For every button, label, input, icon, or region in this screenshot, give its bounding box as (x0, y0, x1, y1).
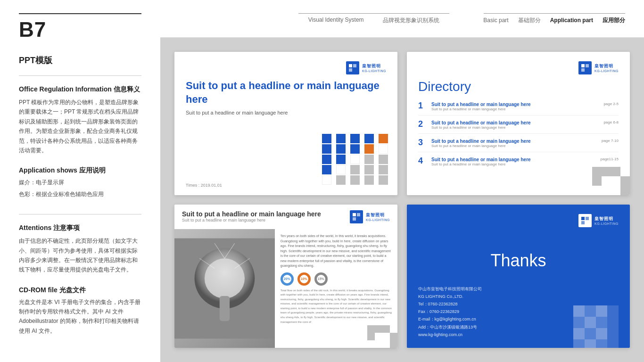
logo-text-2: 皇智照明 KG-LIGHTING (594, 63, 619, 73)
checker-cell (336, 165, 346, 174)
dir-main-1: Suit to put a headline or main language … (431, 102, 531, 107)
dir-num-1: 1 (418, 101, 428, 111)
checker-cell (379, 134, 388, 143)
logo-en-1: KG-LIGHTING (362, 69, 386, 73)
slide3-body: Ten years on both sides of the world, In… (174, 229, 397, 348)
checker-cell (322, 155, 331, 164)
page-number: B7 (19, 18, 141, 41)
thanks-text: Thanks (418, 251, 619, 271)
dir-main-3: Suit to put a headline or main language … (431, 139, 531, 144)
svg-rect-17 (581, 217, 585, 220)
logo-cn-1: 皇智照明 (362, 63, 386, 69)
logo-text-3: 皇智照明 KG-LIGHTING (366, 212, 390, 222)
dir-content-2: Suit to put a headline or main language … (431, 120, 619, 130)
divider-1 (19, 75, 141, 76)
dir-page-1: page 2-5 (603, 102, 619, 106)
dir-content-1: Suit to put a headline or main language … (431, 102, 619, 111)
header-label-cn: 品牌视觉形象识别系统 (383, 16, 439, 25)
svg-rect-4 (586, 64, 589, 67)
logo-text-4: 皇智照明 KG-LIGHTING (594, 216, 619, 225)
company-name: 中山市皇智电子科技照明有限公司 (418, 285, 619, 293)
color-label: 色彩：根据企业标准色辅助色应用 (19, 189, 141, 199)
checker-cell (379, 165, 388, 174)
dir-item-3: 3 Suit to put a headline or main languag… (418, 139, 619, 152)
checker-cell (322, 175, 331, 185)
header-center-line (298, 13, 449, 14)
checker-cell (364, 175, 374, 185)
svg-rect-3 (581, 64, 585, 67)
svg-rect-12 (220, 296, 230, 321)
slide3-image (174, 229, 275, 348)
checker-cell (379, 175, 388, 185)
svg-rect-8 (353, 217, 356, 221)
checker-cell (322, 144, 331, 154)
dir-main-4: Suit to put a headline or main language … (431, 157, 531, 162)
dir-content-3: Suit to put a headline or main language … (431, 139, 619, 148)
slide3-subtitle: Suit to put a headline or main language … (182, 218, 321, 222)
slide3-circles: 20% 10% 15% (281, 272, 392, 286)
dir-content-4: Suit to put a headline or main language … (431, 157, 619, 166)
main-content: Visual Identity System 品牌视觉形象识别系统 Basic … (160, 0, 644, 362)
slide-title: 皇智照明 KG-LIGHTING Suit to put a headline … (174, 52, 397, 195)
basic-part-cn: 基础部分 (518, 16, 541, 25)
sidebar-top-line (19, 13, 141, 14)
svg-rect-19 (581, 221, 585, 224)
header: Visual Identity System 品牌视觉形象识别系统 Basic … (160, 0, 644, 38)
media-label: 媒介：电子显示屏 (19, 178, 141, 187)
office-text: PPT 模板作为常用的办公物料，是塑造品牌形象的重要载体之一；PPT 常规形式在… (19, 98, 141, 155)
header-right-labels: Basic part 基础部分 Application part 应用部分 (483, 16, 625, 25)
logo-icon-3 (350, 210, 363, 223)
dir-main-2: Suit to put a headline or main language … (431, 120, 531, 125)
checker-cell (322, 165, 331, 174)
slide3-body-text: Ten years on both sides of the world, In… (281, 234, 392, 269)
logo-text-1: 皇智照明 KG-LIGHTING (362, 63, 386, 73)
dir-sub-4: Suit to put a headline or main language … (431, 162, 531, 166)
dir-sub-3: Suit to put a headline or main language … (431, 144, 531, 148)
checker-cell (350, 175, 360, 185)
slide3-checker (367, 325, 397, 348)
dir-item-2: 2 Suit to put a headline or main languag… (418, 120, 619, 134)
basic-part-en: Basic part (483, 17, 508, 24)
stat-1: 20% (281, 272, 294, 286)
svg-rect-5 (581, 68, 585, 72)
donut-2: 10% (297, 272, 311, 286)
cdrom-text: 光盘文件是本 VI 手册电子文件的集合，内含手册制作时的专用软件格式文件。其中 … (19, 297, 141, 336)
company-en: KG LIGHTING Co.,LTD. (418, 293, 619, 300)
logo-box-1: 皇智照明 KG-LIGHTING (346, 61, 386, 74)
slide1-headline: Suit to put a headline or main language … (186, 79, 386, 106)
dir-page-2: page 6-8 (603, 120, 619, 124)
checker-cell (379, 144, 388, 154)
cdrom-heading: CD-ROM file 光盘文件 (19, 286, 141, 295)
svg-point-11 (205, 258, 245, 298)
checker-cell (350, 144, 360, 154)
logo-en-4: KG-LIGHTING (594, 222, 619, 225)
header-labels: Visual Identity System 品牌视觉形象识别系统 (308, 16, 439, 25)
header-label-en: Visual Identity System (308, 16, 364, 25)
logo-cn-3: 皇智照明 (366, 212, 390, 218)
directory-title: Directory (418, 79, 619, 94)
header-right: Basic part 基础部分 Application part 应用部分 (483, 13, 625, 25)
header-right-line (484, 13, 625, 14)
logo-icon-1 (346, 61, 359, 74)
svg-rect-7 (357, 213, 360, 216)
svg-rect-1 (353, 64, 356, 67)
slide-content: Suit to put a headline or main language … (174, 205, 397, 348)
dir-item-1: 1 Suit to put a headline or main languag… (418, 102, 619, 115)
stat-2: 10% (297, 272, 311, 286)
logo-icon-4 (578, 214, 592, 227)
section-title: PPT模版 (19, 55, 141, 66)
sidebar: B7 PPT模版 Office Regulation Information 信… (0, 0, 160, 362)
slide3-header: Suit to put a headline or main language … (174, 205, 397, 229)
dir-page-3: page 7-10 (602, 139, 619, 143)
slide1-subheadline: Suit to put a headline or main language … (186, 110, 386, 115)
slide1-checker (322, 134, 393, 186)
dir-sub-2: Suit to put a headline or main language … (431, 125, 531, 130)
svg-rect-6 (353, 213, 356, 216)
attentions-text: 由于信息的不确定性，此页部分规范（如文字大小、间距等）可作为参考使用，具体可根据… (19, 236, 141, 275)
checker-cell (322, 134, 331, 143)
donut-1: 20% (281, 272, 294, 286)
slide1-logo: 皇智照明 KG-LIGHTING (186, 61, 386, 74)
slide4-logo: 皇智照明 KG-LIGHTING (418, 214, 619, 227)
slide2-checker (592, 167, 630, 195)
divider-2 (19, 214, 141, 214)
